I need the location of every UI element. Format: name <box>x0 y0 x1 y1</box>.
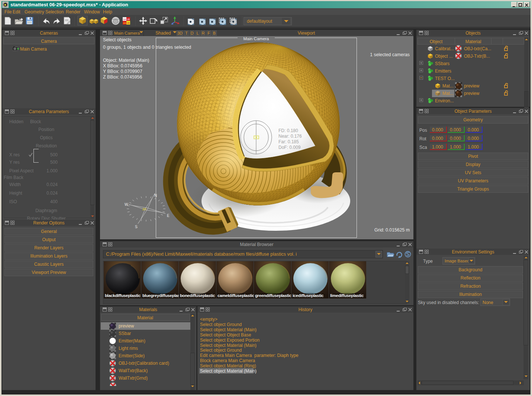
svg-text:Main Camera: Main Camera <box>243 36 269 41</box>
svg-text:1 selected cameras: 1 selected cameras <box>370 52 410 57</box>
svg-text:N: N <box>154 194 157 198</box>
svg-text:greendiffuseplastic: greendiffuseplastic <box>255 293 291 298</box>
svg-text:Y BBox: 0.0709907: Y BBox: 0.0709907 <box>103 69 142 74</box>
svg-text:Select objects: Select objects <box>103 37 132 42</box>
svg-text:S: S <box>135 225 138 229</box>
svg-text:1B: 1B <box>127 18 129 20</box>
svg-text:icediffuseplastic: icediffuseplastic <box>293 293 323 298</box>
svg-text:2B: 2B <box>127 22 129 24</box>
svg-text:cameldiffuseplastic: cameldiffuseplastic <box>217 293 254 298</box>
svg-text:Object: Material (Main): Object: Material (Main) <box>103 58 149 63</box>
svg-text:X BBox: 0.0745956: X BBox: 0.0745956 <box>103 63 142 68</box>
svg-text:FD: 0.180: FD: 0.180 <box>278 128 298 133</box>
svg-text:bonediffuseplastic: bonediffuseplastic <box>180 293 215 298</box>
svg-text:bluegreydiffuseplas: bluegreydiffuseplas <box>142 293 180 298</box>
svg-text:Near: 0.176: Near: 0.176 <box>278 134 302 139</box>
svg-text:Z BBox: 0.0745956: Z BBox: 0.0745956 <box>103 74 142 80</box>
svg-text:limediffuseplastic: limediffuseplastic <box>330 293 364 298</box>
svg-text:DoF: 0.009: DoF: 0.009 <box>278 145 301 150</box>
svg-text:1A: 1A <box>123 18 126 20</box>
svg-text:E: E <box>167 214 170 218</box>
svg-text:20: 20 <box>142 207 146 211</box>
svg-text:blackdiffuseplastic: blackdiffuseplastic <box>105 293 141 298</box>
svg-text:W: W <box>125 202 128 207</box>
svg-text:Far: 0.185: Far: 0.185 <box>278 139 299 144</box>
svg-text:0 groups, 1 objects and 0 tria: 0 groups, 1 objects and 0 triangles sele… <box>103 45 191 50</box>
svg-text:Grid: 0.015625 m: Grid: 0.015625 m <box>374 227 410 233</box>
svg-text:2A: 2A <box>123 22 126 24</box>
